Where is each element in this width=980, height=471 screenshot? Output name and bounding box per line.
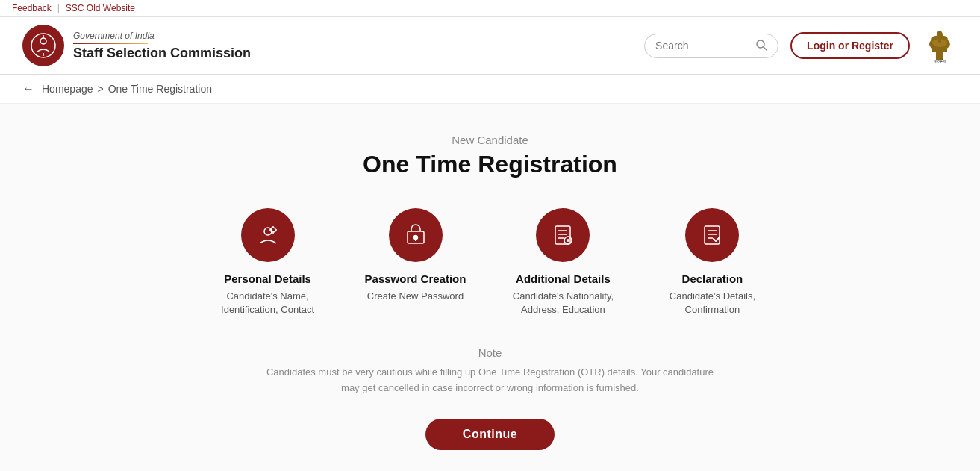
search-input[interactable] (655, 40, 749, 52)
additional-details-icon-circle (536, 208, 590, 262)
gov-label: Government of India (73, 31, 251, 41)
feedback-link[interactable]: Feedback (12, 3, 52, 13)
header-right: Login or Register सत्यमेव (644, 28, 958, 63)
declaration-title: Declaration (682, 272, 743, 285)
login-register-button[interactable]: Login or Register (790, 32, 910, 59)
breadcrumb: ← Homepage > One Time Registration (0, 75, 980, 104)
breadcrumb-current: One Time Registration (108, 83, 212, 95)
svg-line-21 (271, 228, 272, 228)
header: Government of India Staff Selection Comm… (0, 17, 980, 75)
utility-separator: | (57, 3, 60, 13)
steps-row: Personal Details Candidate's Name, Ident… (15, 208, 965, 316)
step-personal-details: Personal Details Candidate's Name, Ident… (216, 208, 320, 316)
note-text: Candidates must be very cautious while f… (266, 365, 714, 396)
additional-details-title: Additional Details (516, 272, 611, 285)
note-section: Note Candidates must be very cautious wh… (266, 346, 714, 396)
main-content: New Candidate One Time Registration (0, 104, 980, 471)
svg-line-5 (764, 47, 767, 50)
logo-emblem (22, 25, 64, 66)
national-emblem: सत्यमेव (922, 28, 958, 63)
svg-point-13 (937, 31, 943, 40)
logo-area: Government of India Staff Selection Comm… (22, 25, 251, 66)
svg-line-24 (275, 231, 275, 232)
utility-bar: Feedback | SSC Old Website (0, 0, 980, 17)
declaration-desc: Candidate's Details, Confirmation (660, 290, 764, 316)
logo-divider (73, 43, 148, 44)
logo-text: Government of India Staff Selection Comm… (73, 31, 251, 61)
svg-point-1 (40, 38, 46, 44)
search-box[interactable] (644, 34, 778, 58)
search-icon (755, 39, 767, 53)
svg-point-15 (264, 228, 272, 235)
personal-details-title: Personal Details (224, 272, 311, 285)
password-creation-title: Password Creation (365, 272, 466, 285)
password-creation-icon-circle (389, 208, 443, 262)
step-password-creation: Password Creation Create New Password (365, 208, 466, 316)
step-declaration: Declaration Candidate's Details, Confirm… (660, 208, 764, 316)
svg-rect-35 (705, 226, 720, 244)
personal-details-desc: Candidate's Name, Identification, Contac… (216, 290, 320, 316)
personal-details-icon-circle (241, 208, 295, 262)
password-creation-desc: Create New Password (367, 290, 464, 303)
additional-details-desc: Candidate's Nationality, Address, Educat… (511, 290, 615, 316)
svg-point-26 (413, 236, 417, 240)
continue-button[interactable]: Continue (425, 419, 555, 450)
note-title: Note (266, 346, 714, 359)
breadcrumb-home[interactable]: Homepage (42, 83, 93, 95)
sub-heading: New Candidate (15, 134, 965, 146)
breadcrumb-separator: > (98, 83, 104, 95)
svg-line-22 (275, 228, 275, 228)
declaration-icon-circle (685, 208, 739, 262)
org-label: Staff Selection Commission (73, 46, 251, 61)
old-website-link[interactable]: SSC Old Website (66, 3, 135, 13)
svg-text:सत्यमेव: सत्यमेव (934, 58, 946, 63)
step-additional-details: Additional Details Candidate's Nationali… (511, 208, 615, 316)
back-arrow-icon[interactable]: ← (22, 82, 34, 96)
page-title: One Time Registration (15, 151, 965, 178)
svg-line-23 (271, 231, 272, 232)
